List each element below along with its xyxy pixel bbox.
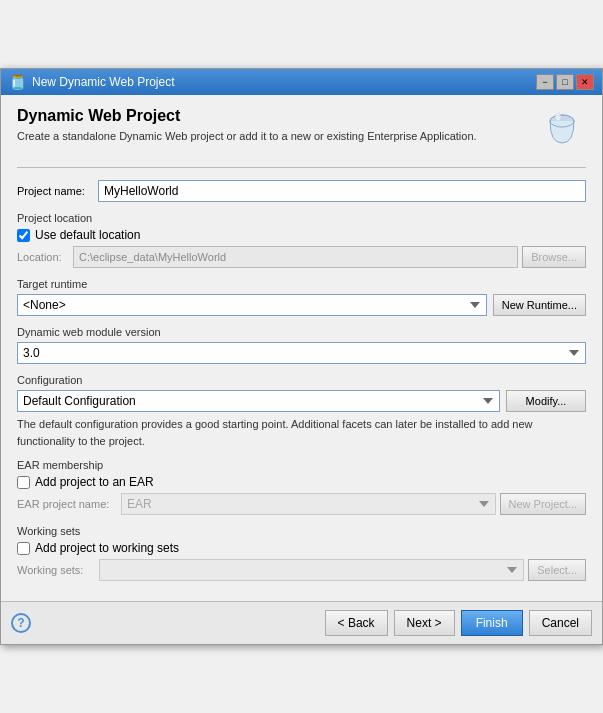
maximize-button[interactable]: □	[556, 74, 574, 90]
dialog-title: Dynamic Web Project	[17, 107, 477, 125]
ear-project-name-row: EAR project name: EAR New Project...	[17, 493, 586, 515]
cancel-button[interactable]: Cancel	[529, 610, 592, 636]
add-to-working-sets-row: Add project to working sets	[17, 541, 586, 555]
location-row: Location: Browse...	[17, 246, 586, 268]
minimize-button[interactable]: −	[536, 74, 554, 90]
ear-project-name-select[interactable]: EAR	[121, 493, 496, 515]
project-name-row: Project name:	[17, 180, 586, 202]
add-to-ear-label: Add project to an EAR	[35, 475, 154, 489]
back-button[interactable]: < Back	[325, 610, 388, 636]
dialog-description: Create a standalone Dynamic Web project …	[17, 129, 477, 144]
title-bar-controls: − □ ✕	[536, 74, 594, 90]
dialog-footer: ? < Back Next > Finish Cancel	[1, 601, 602, 644]
working-sets-select[interactable]	[99, 559, 524, 581]
configuration-info: The default configuration provides a goo…	[17, 416, 586, 449]
title-bar-left: 🫙 New Dynamic Web Project	[9, 74, 175, 90]
title-bar: 🫙 New Dynamic Web Project − □ ✕	[1, 69, 602, 95]
ear-project-name-label: EAR project name:	[17, 498, 117, 510]
close-button[interactable]: ✕	[576, 74, 594, 90]
configuration-title: Configuration	[17, 374, 586, 386]
ear-membership-title: EAR membership	[17, 459, 586, 471]
configuration-row: Default Configuration Modify...	[17, 390, 586, 412]
use-default-location-label: Use default location	[35, 228, 140, 242]
header-text: Dynamic Web Project Create a standalone …	[17, 107, 477, 144]
add-to-working-sets-label: Add project to working sets	[35, 541, 179, 555]
project-name-input[interactable]	[98, 180, 586, 202]
dynamic-web-module-section: Dynamic web module version 3.0	[17, 326, 586, 364]
use-default-location-row: Use default location	[17, 228, 586, 242]
header-icon	[538, 107, 586, 155]
target-runtime-section: Target runtime <None> New Runtime...	[17, 278, 586, 316]
configuration-select[interactable]: Default Configuration	[17, 390, 500, 412]
project-name-label: Project name:	[17, 185, 92, 197]
window-title: New Dynamic Web Project	[32, 75, 175, 89]
configuration-section: Configuration Default Configuration Modi…	[17, 374, 586, 449]
working-sets-label: Working sets:	[17, 564, 95, 576]
location-label: Location:	[17, 251, 69, 263]
add-to-ear-checkbox[interactable]	[17, 476, 30, 489]
help-button[interactable]: ?	[11, 613, 31, 633]
target-runtime-row: <None> New Runtime...	[17, 294, 586, 316]
location-input[interactable]	[73, 246, 518, 268]
dynamic-web-module-select[interactable]: 3.0	[17, 342, 586, 364]
target-runtime-title: Target runtime	[17, 278, 586, 290]
new-project-button[interactable]: New Project...	[500, 493, 586, 515]
project-name-section: Project name:	[17, 180, 586, 202]
use-default-location-checkbox[interactable]	[17, 229, 30, 242]
project-location-title: Project location	[17, 212, 586, 224]
window-icon: 🫙	[9, 74, 26, 90]
finish-button[interactable]: Finish	[461, 610, 523, 636]
select-button[interactable]: Select...	[528, 559, 586, 581]
working-sets-row: Working sets: Select...	[17, 559, 586, 581]
modify-button[interactable]: Modify...	[506, 390, 586, 412]
dynamic-web-module-row: 3.0	[17, 342, 586, 364]
header-separator	[17, 167, 586, 168]
add-to-ear-row: Add project to an EAR	[17, 475, 586, 489]
svg-point-2	[555, 113, 561, 121]
ear-membership-section: EAR membership Add project to an EAR EAR…	[17, 459, 586, 515]
dialog-content: Dynamic Web Project Create a standalone …	[1, 95, 602, 601]
working-sets-section: Working sets Add project to working sets…	[17, 525, 586, 581]
target-runtime-select[interactable]: <None>	[17, 294, 487, 316]
working-sets-title: Working sets	[17, 525, 586, 537]
main-window: 🫙 New Dynamic Web Project − □ ✕ Dynamic …	[0, 68, 603, 645]
next-button[interactable]: Next >	[394, 610, 455, 636]
add-to-working-sets-checkbox[interactable]	[17, 542, 30, 555]
new-runtime-button[interactable]: New Runtime...	[493, 294, 586, 316]
dynamic-web-module-title: Dynamic web module version	[17, 326, 586, 338]
browse-button[interactable]: Browse...	[522, 246, 586, 268]
footer-buttons: < Back Next > Finish Cancel	[325, 610, 592, 636]
header-section: Dynamic Web Project Create a standalone …	[17, 107, 586, 155]
project-location-section: Project location Use default location Lo…	[17, 212, 586, 268]
